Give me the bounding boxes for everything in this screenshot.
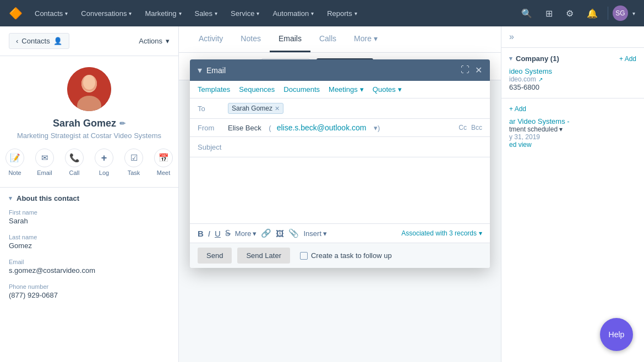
modal-minimize-icon[interactable]: ▾ [198, 65, 202, 75]
phone-field: Phone number (877) 929-0687 [9, 283, 170, 299]
note-icon: 📝 [6, 149, 24, 167]
strikethrough-icon[interactable]: S̶ [225, 228, 231, 238]
bold-icon[interactable]: B [198, 229, 204, 238]
nav-reports[interactable]: Reports ▾ [321, 6, 363, 21]
view-link[interactable]: ed view [509, 141, 636, 149]
link-icon[interactable]: 🔗 [261, 228, 271, 238]
email-field: Email s.gomez@costarvideo.com [9, 259, 170, 275]
collapse-icon[interactable]: ▾ [509, 55, 512, 62]
deal-name-link[interactable]: ar Video Systems - [509, 117, 636, 125]
close-icon[interactable]: ✕ [475, 65, 482, 75]
nav-sales[interactable]: Sales ▾ [189, 6, 223, 21]
help-button[interactable]: Help [600, 318, 633, 351]
add-deal-link[interactable]: + Add [509, 105, 526, 113]
chevron-down-icon: ▾ [179, 10, 182, 17]
deal-date: y 31, 2019 [509, 133, 636, 141]
nav-service[interactable]: Service ▾ [225, 6, 265, 21]
image-icon[interactable]: 🖼 [276, 229, 284, 238]
subject-field[interactable]: Subject [190, 137, 490, 157]
edit-icon[interactable]: ✏ [119, 119, 125, 128]
call-action[interactable]: 📞 Call [65, 149, 84, 176]
about-header[interactable]: ▾ About this contact [9, 194, 170, 202]
avatar[interactable]: SG [613, 6, 628, 21]
chevron-down-icon: ▾ [129, 10, 132, 17]
nav-contacts[interactable]: Contacts ▾ [29, 6, 73, 21]
to-field: To Sarah Gomez ✕ [190, 98, 490, 119]
note-action[interactable]: 📝 Note [6, 149, 24, 176]
deal-status: tment scheduled ▾ [509, 125, 636, 133]
modal-tab-templates[interactable]: Templates [198, 85, 230, 94]
person-icon: 👤 [53, 37, 62, 45]
hubspot-logo[interactable]: 🔶 [9, 7, 23, 20]
notifications-icon[interactable]: 🔔 [581, 5, 603, 22]
company-email: ideo.com ↗ [509, 75, 636, 83]
checkbox-input[interactable] [300, 252, 308, 260]
from-name: Elise Beck [228, 124, 261, 132]
chevron-down-icon: ▾ [354, 10, 357, 17]
tab-notes[interactable]: Notes [232, 26, 270, 52]
modal-tab-quotes[interactable]: Quotes ▾ [373, 85, 402, 94]
back-icon: ‹ [16, 37, 18, 45]
chevron-down-icon: ▾ [374, 34, 378, 43]
right-sidebar: » ▾ Company (1) + Add ideo Systems ideo.… [501, 26, 644, 362]
about-section: ▾ About this contact First name Sarah La… [0, 188, 178, 315]
modal-tab-meetings[interactable]: Meetings ▾ [329, 85, 364, 94]
right-sidebar-header: » [501, 26, 644, 48]
divider [608, 7, 608, 20]
email-icon: ✉ [35, 149, 54, 167]
modal-header-icons: ⛶ ✕ [461, 65, 482, 75]
left-sidebar: ‹ Contacts 👤 Actions ▾ [0, 26, 179, 362]
associated-records-link[interactable]: Associated with 3 records ▾ [401, 229, 482, 237]
company-name-link[interactable]: ideo Systems [509, 67, 636, 75]
tab-more[interactable]: More ▾ [345, 26, 386, 52]
deals-section: + Add ar Video Systems - tment scheduled… [501, 98, 644, 155]
chevron-down-icon: ▾ [398, 85, 402, 94]
email-action[interactable]: ✉ Email [35, 149, 54, 176]
cc-button[interactable]: Cc [459, 124, 467, 131]
insert-button[interactable]: Insert ▾ [303, 229, 327, 238]
settings-icon[interactable]: ⚙ [560, 5, 579, 22]
expand-icon[interactable]: » [509, 32, 514, 42]
tab-calls[interactable]: Calls [310, 26, 345, 52]
modal-tab-sequences[interactable]: Sequences [239, 85, 275, 94]
company-phone: 635-6800 [509, 83, 636, 91]
italic-icon[interactable]: I [208, 229, 210, 238]
attachment-icon[interactable]: 📎 [288, 228, 299, 238]
add-company-link[interactable]: + Add [619, 55, 636, 63]
more-toolbar-button[interactable]: More ▾ [235, 229, 257, 238]
contact-title: Marketing Strategist at Costar Video Sys… [9, 131, 170, 140]
actions-button[interactable]: Actions ▾ [139, 37, 170, 45]
nav-marketing[interactable]: Marketing ▾ [139, 6, 187, 21]
remove-recipient-icon[interactable]: ✕ [275, 105, 280, 112]
chevron-down-icon: ▾ [311, 10, 314, 17]
tab-activity[interactable]: Activity [190, 26, 232, 52]
underline-icon[interactable]: U [215, 229, 221, 238]
chevron-down-icon: ▾ [360, 85, 364, 94]
modal-tab-documents[interactable]: Documents [283, 85, 320, 94]
task-action[interactable]: ☑ Task [124, 149, 143, 176]
nav-automation[interactable]: Automation ▾ [267, 6, 319, 21]
email-body[interactable] [190, 157, 490, 223]
send-button[interactable]: Send [198, 248, 232, 264]
subject-label: Subject [198, 143, 221, 151]
company-section: ▾ Company (1) + Add ideo Systems ideo.co… [501, 48, 644, 98]
back-to-contacts-button[interactable]: ‹ Contacts 👤 [9, 33, 69, 49]
avatar-svg [67, 67, 111, 111]
chevron-down-icon: ▾ [323, 229, 327, 238]
send-later-button[interactable]: Send Later [237, 248, 290, 264]
marketplace-icon[interactable]: ⊞ [540, 5, 558, 22]
external-link-icon[interactable]: ↗ [538, 76, 543, 83]
follow-up-task-checkbox[interactable]: Create a task to follow up [300, 251, 392, 260]
modal-tabs: Templates Sequences Documents Meetings ▾… [190, 81, 490, 98]
meet-action[interactable]: 📅 Meet [154, 149, 173, 176]
call-icon: 📞 [65, 149, 84, 167]
user-menu-chevron[interactable]: ▾ [632, 10, 635, 17]
nav-conversations[interactable]: Conversations ▾ [75, 6, 137, 21]
search-icon[interactable]: 🔍 [516, 5, 538, 22]
company-header: ▾ Company (1) + Add [509, 54, 636, 63]
from-email[interactable]: elise.s.beck@outlook.com [277, 123, 367, 132]
bcc-button[interactable]: Bcc [471, 124, 482, 131]
log-action[interactable]: + Log [95, 149, 113, 176]
expand-icon[interactable]: ⛶ [461, 65, 470, 75]
tab-emails[interactable]: Emails [270, 26, 310, 52]
